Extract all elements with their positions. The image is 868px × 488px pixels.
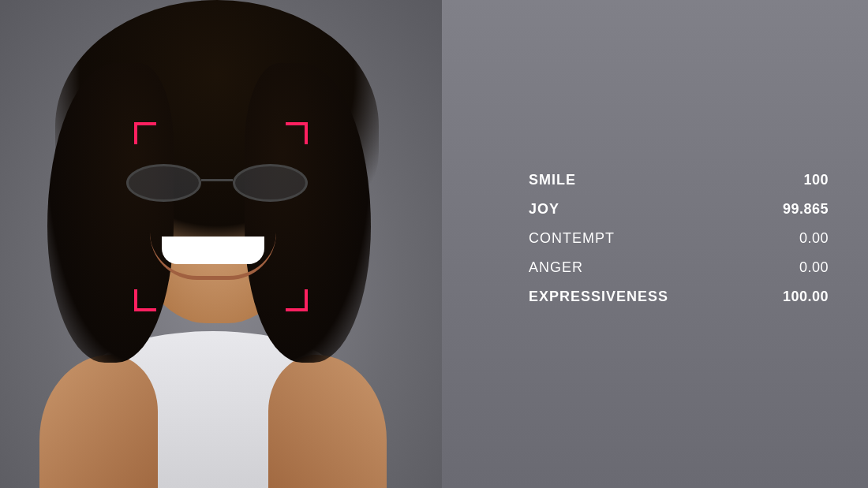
emotion-label-smile: SMILE <box>529 171 576 188</box>
emotion-row-expressiveness: EXPRESSIVENESS 100.00 <box>529 288 829 304</box>
emotion-data-panel: SMILE 100 JOY 99.865 CONTEMPT 0.00 ANGER… <box>529 171 829 317</box>
emotion-value-contempt: 0.00 <box>799 229 829 246</box>
emotion-label-joy: JOY <box>529 200 559 217</box>
emotion-row-contempt: CONTEMPT 0.00 <box>529 229 829 246</box>
corner-top-right <box>286 122 308 144</box>
emotion-row-smile: SMILE 100 <box>529 171 829 188</box>
emotion-value-smile: 100 <box>803 171 829 188</box>
main-scene: SMILE 100 JOY 99.865 CONTEMPT 0.00 ANGER… <box>0 0 868 488</box>
emotion-value-expressiveness: 100.00 <box>783 288 829 304</box>
corner-bottom-left <box>134 289 156 311</box>
emotion-row-anger: ANGER 0.00 <box>529 259 829 275</box>
emotion-label-expressiveness: EXPRESSIVENESS <box>529 288 668 304</box>
corner-top-left <box>134 122 156 144</box>
corner-bottom-right <box>286 289 308 311</box>
emotion-value-joy: 99.865 <box>783 200 829 217</box>
emotion-value-anger: 0.00 <box>799 259 829 275</box>
emotion-row-joy: JOY 99.865 <box>529 200 829 217</box>
emotion-label-contempt: CONTEMPT <box>529 229 615 246</box>
face-detection-box <box>134 122 308 311</box>
emotion-label-anger: ANGER <box>529 259 583 275</box>
